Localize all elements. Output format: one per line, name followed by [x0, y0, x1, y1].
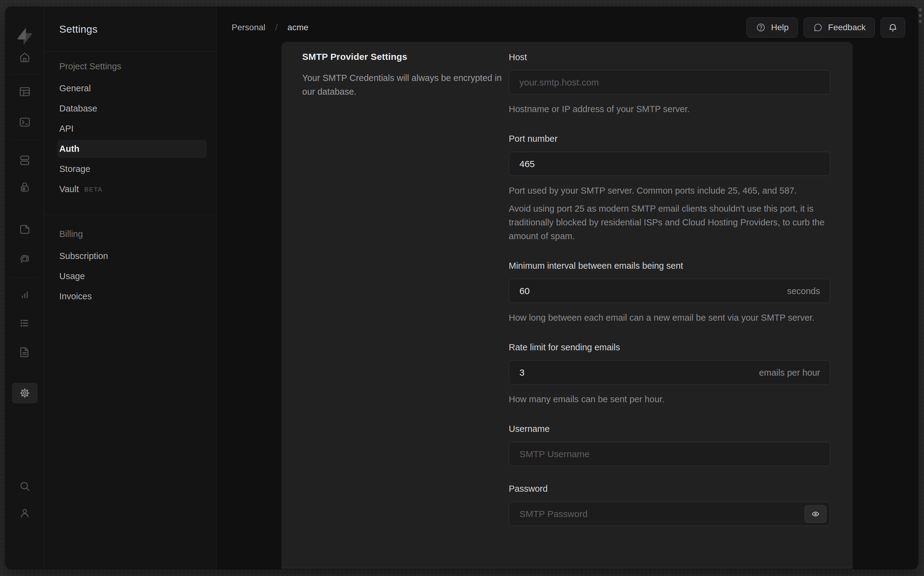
help-button[interactable]: Help	[746, 18, 798, 38]
sidebar-header: Settings	[44, 7, 217, 51]
settings-gear-icon[interactable]	[12, 383, 38, 403]
interval-label: Minimum interval between emails being se…	[509, 261, 830, 271]
port-helper: Port used by your SMTP server. Common po…	[509, 184, 830, 198]
database-icon[interactable]	[12, 150, 38, 171]
smtp-card-title: SMTP Provider Settings	[302, 51, 509, 62]
sidebar-item-storage[interactable]: Storage	[57, 160, 207, 178]
interval-input[interactable]	[509, 279, 830, 303]
port-input[interactable]	[509, 152, 830, 176]
smtp-card-intro: SMTP Provider Settings Your SMTP Credent…	[282, 42, 509, 569]
port-label: Port number	[509, 134, 830, 144]
main-content: Personal / acme Help Feedba	[217, 7, 918, 569]
host-field-group: Host Hostname or IP address of your SMTP…	[509, 52, 830, 116]
rail-divider	[10, 74, 39, 74]
sql-editor-icon[interactable]	[12, 112, 38, 133]
sidebar-item-usage[interactable]: Usage	[57, 267, 207, 285]
help-circle-icon	[756, 22, 766, 33]
beta-badge: BETA	[84, 186, 102, 193]
storage-icon[interactable]	[12, 219, 38, 240]
breadcrumb-project[interactable]: acme	[288, 22, 308, 32]
interval-field-group: Minimum interval between emails being se…	[509, 261, 830, 325]
username-input[interactable]	[509, 442, 830, 466]
breadcrumb-org[interactable]: Personal	[232, 22, 266, 32]
sidebar-item-invoices[interactable]: Invoices	[57, 287, 207, 306]
edge-functions-icon[interactable]	[12, 249, 38, 269]
rate-limit-input[interactable]	[509, 360, 830, 384]
supabase-logo-icon[interactable]	[14, 26, 35, 46]
section-header-billing: Billing	[57, 229, 207, 239]
sidebar-item-subscription[interactable]: Subscription	[57, 247, 207, 265]
host-input[interactable]	[509, 70, 830, 94]
host-label: Host	[509, 52, 830, 62]
account-user-icon[interactable]	[12, 503, 38, 523]
sidebar-item-database[interactable]: Database	[57, 99, 207, 118]
desktop-background: { "colors": { "frame_bg": "#2a2a2b", "wi…	[0, 0, 924, 576]
app-window: Settings Project Settings General Databa…	[5, 7, 918, 569]
reveal-password-button[interactable]	[804, 505, 826, 523]
port-field-group: Port number Port used by your SMTP serve…	[509, 134, 830, 243]
auth-lock-icon[interactable]	[12, 176, 38, 197]
icon-rail	[5, 7, 44, 569]
port-note: Avoid using port 25 as modern SMTP email…	[509, 202, 830, 243]
sidebar-nav: Project Settings General Database API Au…	[44, 51, 217, 307]
card-section-divider	[282, 567, 853, 568]
table-editor-icon[interactable]	[12, 81, 38, 102]
username-field-group: Username	[509, 424, 830, 466]
sidebar-item-auth[interactable]: Auth	[57, 140, 207, 158]
home-icon[interactable]	[12, 47, 38, 67]
rate-limit-helper: How many emails can be sent per hour.	[509, 392, 830, 406]
password-label: Password	[509, 484, 830, 494]
breadcrumb: Personal / acme	[232, 22, 308, 33]
api-docs-icon[interactable]	[12, 342, 38, 363]
search-icon[interactable]	[12, 476, 38, 497]
password-field-group: Password	[509, 484, 830, 526]
password-input[interactable]	[509, 502, 830, 526]
smtp-card-description: Your SMTP Credentials will always be enc…	[302, 71, 516, 99]
bell-icon	[888, 22, 898, 33]
breadcrumb-separator: /	[275, 22, 278, 33]
reports-icon[interactable]	[12, 285, 38, 306]
frame-scroll-dots	[919, 8, 922, 23]
rate-limit-field-group: Rate limit for sending emails emails per…	[509, 342, 830, 406]
section-header-project-settings: Project Settings	[57, 61, 207, 72]
sidebar-item-api[interactable]: API	[57, 120, 207, 138]
logs-icon[interactable]	[12, 313, 38, 333]
host-helper: Hostname or IP address of your SMTP serv…	[509, 102, 830, 116]
smtp-settings-card: SMTP Provider Settings Your SMTP Credent…	[282, 42, 853, 569]
top-bar-actions: Help Feedback	[746, 18, 905, 38]
interval-helper: How long between each email can a new em…	[509, 311, 830, 325]
sidebar-item-general[interactable]: General	[57, 79, 207, 98]
feedback-bubble-icon	[813, 22, 823, 33]
rail-divider	[10, 140, 39, 140]
rail-divider	[10, 277, 39, 278]
eye-icon	[811, 509, 820, 518]
rate-limit-label: Rate limit for sending emails	[509, 342, 830, 352]
smtp-card-form: Host Hostname or IP address of your SMTP…	[509, 42, 830, 569]
username-label: Username	[509, 424, 830, 434]
page-title: Settings	[59, 23, 98, 35]
feedback-button[interactable]: Feedback	[804, 18, 875, 38]
sidebar-item-vault[interactable]: Vault BETA	[57, 180, 207, 198]
notifications-button[interactable]	[881, 18, 905, 38]
settings-sidebar: Settings Project Settings General Databa…	[44, 7, 217, 569]
